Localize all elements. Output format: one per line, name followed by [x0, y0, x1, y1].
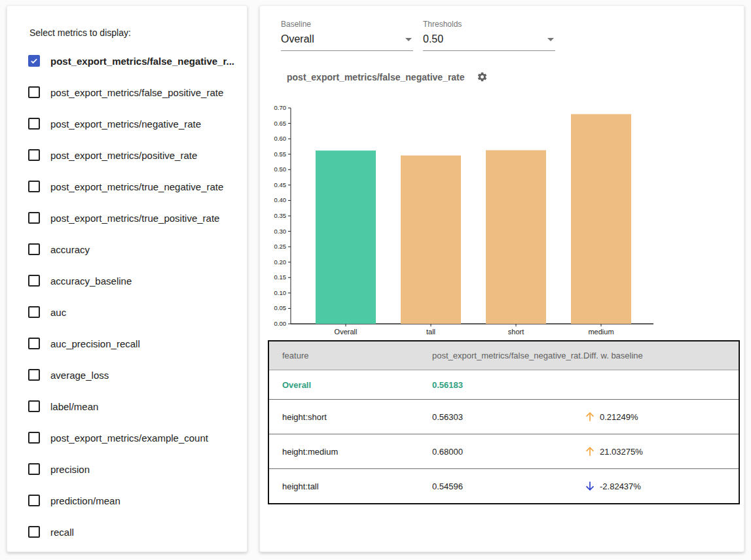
bar-medium[interactable]	[571, 114, 631, 324]
metric-item-11[interactable]: label/mean	[7, 391, 247, 422]
metric-checkbox[interactable]	[28, 526, 40, 538]
x-tick-label: Overall	[335, 328, 357, 336]
metric-checkbox[interactable]	[28, 306, 40, 318]
metrics-list: post_export_metrics/false_negative_r...p…	[7, 45, 247, 548]
thresholds-select[interactable]: 0.50	[423, 31, 555, 51]
metric-checkbox[interactable]	[28, 463, 40, 475]
metric-label: accuracy	[50, 244, 90, 255]
metric-item-6[interactable]: accuracy	[7, 234, 247, 265]
metric-item-9[interactable]: auc_precision_recall	[7, 328, 247, 359]
metric-selector-panel: Select metrics to display: post_export_m…	[7, 5, 247, 552]
feature-cell: Overall	[269, 380, 419, 390]
bar-Overall[interactable]	[316, 150, 376, 324]
metric-item-1[interactable]: post_export_metrics/false_positive_rate	[7, 77, 247, 108]
metric-checkbox[interactable]	[28, 86, 40, 98]
baseline-select[interactable]: Overall	[281, 31, 413, 51]
metric-label: post_export_metrics/true_positive_rate	[50, 213, 219, 224]
y-tick-label: 0.10	[274, 289, 287, 296]
y-tick-label: 0.55	[274, 150, 287, 158]
metric-label: prediction/mean	[50, 495, 120, 506]
y-tick-label: 0.40	[274, 196, 287, 203]
y-tick-label: 0.35	[274, 212, 287, 219]
metric-label: post_export_metrics/false_negative_r...	[50, 56, 234, 67]
metric-checkbox[interactable]	[28, 338, 40, 349]
value-cell: 0.56183	[419, 380, 570, 390]
metrics-display-panel: Baseline Overall Thresholds 0.50 post_ex…	[259, 5, 744, 552]
metric-item-12[interactable]: post_export_metrics/example_count	[7, 422, 247, 453]
value-cell: 0.54596	[419, 481, 570, 491]
metric-checkbox[interactable]	[28, 275, 40, 287]
baseline-value: Overall	[281, 33, 314, 44]
y-tick-label: 0.00	[274, 320, 287, 327]
y-tick-label: 0.70	[274, 104, 287, 111]
metric-checkbox[interactable]	[28, 243, 40, 255]
metric-label: auc	[50, 307, 66, 318]
x-tick-label: short	[508, 328, 524, 336]
y-tick-label: 0.05	[274, 304, 287, 311]
metrics-table: feature post_export_metrics/false_negati…	[268, 340, 740, 504]
metric-item-14[interactable]: prediction/mean	[7, 485, 247, 516]
baseline-label: Baseline	[281, 20, 413, 29]
bar-short[interactable]	[486, 150, 546, 324]
y-tick-label: 0.60	[274, 135, 287, 142]
chevron-down-icon	[405, 38, 412, 41]
value-cell: 0.68000	[419, 447, 570, 457]
arrow-up-icon	[583, 410, 596, 424]
y-tick-label: 0.65	[274, 120, 287, 127]
diff-cell: 21.03275%	[570, 444, 739, 459]
feature-cell: height:medium	[269, 447, 419, 457]
metric-checkbox[interactable]	[28, 181, 40, 192]
metric-item-3[interactable]: post_export_metrics/positive_rate	[7, 139, 247, 171]
metric-checkbox[interactable]	[28, 118, 40, 130]
y-tick-label: 0.25	[274, 243, 287, 250]
y-tick-label: 0.20	[274, 258, 287, 266]
y-tick-label: 0.50	[274, 166, 287, 173]
metric-checkbox[interactable]	[28, 212, 40, 224]
metric-label: post_export_metrics/negative_rate	[50, 118, 201, 130]
metric-label: label/mean	[50, 401, 98, 412]
diff-cell: 0.21249%	[570, 410, 739, 424]
metric-item-8[interactable]: auc	[7, 296, 247, 328]
metric-item-4[interactable]: post_export_metrics/true_negative_rate	[7, 171, 247, 202]
metric-label: auc_precision_recall	[50, 338, 140, 349]
metric-label: post_export_metrics/example_count	[50, 432, 208, 444]
metric-item-0[interactable]: post_export_metrics/false_negative_r...	[7, 45, 247, 77]
x-tick-label: tall	[426, 328, 435, 336]
metric-checkbox[interactable]	[28, 495, 40, 506]
metric-selector-title: Select metrics to display:	[29, 27, 131, 38]
metric-checkbox[interactable]	[28, 369, 40, 381]
metric-item-7[interactable]: accuracy_baseline	[7, 265, 247, 296]
gear-icon[interactable]	[477, 71, 488, 82]
table-header-metric: post_export_metrics/false_negative_rat..…	[419, 351, 570, 360]
metric-label: average_loss	[50, 370, 109, 381]
thresholds-select-group: Thresholds 0.50	[423, 20, 555, 51]
metric-label: post_export_metrics/false_positive_rate	[50, 87, 223, 98]
table-row-height:medium: height:medium0.6800021.03275%	[269, 434, 739, 468]
metric-label: precision	[50, 464, 90, 475]
table-body: Overall0.56183height:short0.563030.21249…	[269, 370, 739, 503]
y-tick-label: 0.15	[274, 273, 287, 281]
metric-item-13[interactable]: precision	[7, 453, 247, 485]
diff-value: 0.21249%	[600, 412, 638, 422]
metric-checkbox[interactable]	[28, 149, 40, 161]
metric-item-10[interactable]: average_loss	[7, 359, 247, 391]
diff-cell: -2.82437%	[570, 479, 739, 493]
metric-item-2[interactable]: post_export_metrics/negative_rate	[7, 108, 247, 139]
bar-tall[interactable]	[401, 156, 461, 324]
table-row-height:tall: height:tall0.54596-2.82437%	[269, 468, 739, 503]
diff-value: -2.82437%	[600, 481, 641, 491]
table-header-row: feature post_export_metrics/false_negati…	[269, 341, 739, 370]
metric-checkbox[interactable]	[28, 55, 40, 67]
value-cell: 0.56303	[419, 412, 570, 422]
metric-checkbox[interactable]	[28, 400, 40, 412]
metric-item-15[interactable]: recall	[7, 516, 247, 548]
metric-item-5[interactable]: post_export_metrics/true_positive_rate	[7, 202, 247, 234]
metric-label: post_export_metrics/true_negative_rate	[50, 181, 223, 192]
metric-checkbox[interactable]	[28, 432, 40, 444]
arrow-down-icon	[583, 479, 596, 493]
metric-label: recall	[50, 527, 74, 538]
metric-label: accuracy_baseline	[50, 275, 132, 287]
chart-header: post_export_metrics/false_negative_rate	[287, 71, 488, 82]
bar-chart: 0.000.050.100.150.200.250.300.350.400.45…	[269, 97, 662, 340]
diff-value: 21.03275%	[600, 447, 643, 457]
